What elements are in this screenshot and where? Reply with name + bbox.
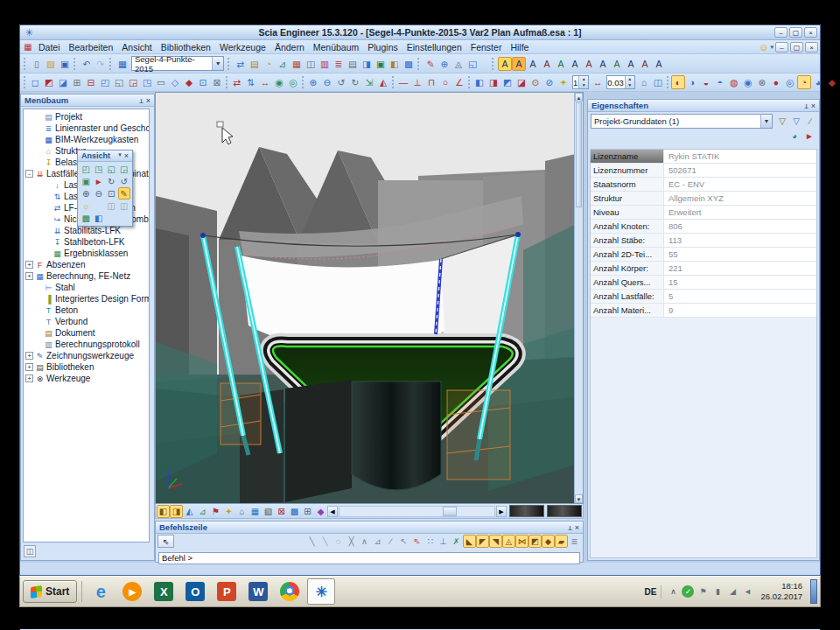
toolbar-grip[interactable] [468, 76, 470, 88]
view-flag-button[interactable]: A [568, 57, 582, 71]
property-value[interactable]: 5 [664, 290, 816, 303]
line-tool-button[interactable]: ⊓ [424, 75, 438, 89]
rotate-cw-button[interactable]: ↻ [105, 175, 118, 187]
menu-item[interactable]: Bearbeiten [65, 42, 118, 52]
tool-button[interactable]: ◱ [466, 57, 480, 71]
home-view-button[interactable]: ⌂ [235, 505, 248, 518]
property-value[interactable]: 113 [664, 234, 816, 247]
vscroll-thumb[interactable] [576, 102, 582, 207]
edit-property-icon[interactable]: ∕ [804, 116, 816, 128]
surface-button[interactable]: ⊿ [196, 505, 209, 518]
view-back-button[interactable]: ◳ [93, 163, 106, 175]
zoom-in-button[interactable]: ⊕ [80, 187, 93, 200]
command-input[interactable] [158, 552, 580, 564]
filter-query-icon[interactable]: ▽ [790, 116, 802, 128]
menu-item[interactable]: Hilfe [506, 42, 533, 52]
pin-icon[interactable]: T [804, 102, 808, 110]
property-row[interactable]: Staatsnorm EC - ENV [591, 178, 816, 192]
snap-list-button[interactable]: ≣ [568, 535, 581, 548]
viewport-hscrollbar[interactable] [339, 506, 495, 517]
tool-button[interactable]: ◉ [272, 75, 286, 89]
property-value[interactable]: 55 [664, 248, 816, 261]
tool-button[interactable]: ⇲ [362, 75, 376, 89]
snap-angle-button[interactable]: ∧ [358, 535, 371, 548]
expander-icon[interactable]: + [25, 374, 33, 382]
tool-button[interactable]: ⊞ [70, 75, 84, 89]
property-value[interactable]: Rykin STATIK [664, 150, 816, 163]
bim-tool-button[interactable]: ◎ [783, 75, 797, 89]
hscroll-thumb[interactable] [443, 507, 457, 516]
view-front-button[interactable]: ◰ [80, 163, 93, 175]
tool-button[interactable]: ⊡ [196, 75, 210, 89]
tool-button[interactable]: ◫ [651, 75, 665, 89]
tree-item[interactable]: + ⊗ Werkzeuge [24, 373, 149, 384]
toolbar-grip[interactable] [24, 76, 25, 88]
shade-button[interactable]: ◧ [93, 212, 106, 224]
tool-button[interactable]: ⌂ [637, 75, 651, 89]
labels-button[interactable]: ⚑ [209, 505, 222, 518]
view-preview-box[interactable] [547, 505, 582, 517]
toolbar-grip[interactable] [667, 76, 668, 88]
tool-button[interactable]: ▣ [374, 57, 388, 71]
tool-button[interactable]: ◧ [472, 75, 486, 89]
clip-button[interactable]: ◫ [105, 200, 118, 212]
volume-icon[interactable]: ◄ [741, 585, 753, 598]
property-value[interactable]: Allgemein XYZ [664, 192, 816, 205]
scroll-left-icon[interactable]: ◀ [327, 506, 338, 517]
power-icon[interactable]: ▮ [711, 585, 724, 598]
menu-item[interactable]: Datei [34, 42, 65, 52]
tool-button[interactable]: ◱ [112, 75, 126, 89]
menubaum-panel-header[interactable]: Menübaum T × [21, 94, 154, 107]
expander-icon[interactable]: + [25, 272, 33, 280]
tree-item[interactable]: ▦ BIM-Werkzeugkasten [24, 134, 149, 145]
property-row[interactable]: Anzahl Lastfälle: 5 [591, 290, 816, 304]
line-tool-button[interactable]: — [396, 75, 410, 89]
taskbar-app-button[interactable]: P [213, 578, 241, 605]
tool-button[interactable]: ▭ [154, 75, 168, 89]
tool-button[interactable]: ⇅ [244, 75, 258, 89]
taskbar-app-button[interactable]: O [181, 578, 209, 605]
tree-item[interactable]: ⊢ Stahl [24, 282, 149, 293]
view-flag-button[interactable]: A [540, 57, 554, 71]
taskbar-app-button[interactable]: X [150, 578, 178, 605]
project-data-button[interactable]: ⇄ [234, 57, 248, 71]
rotate-ccw-button[interactable]: ↺ [118, 175, 131, 187]
render-button[interactable]: ▩ [80, 212, 93, 224]
toolbar-grip[interactable] [392, 76, 394, 88]
close-icon[interactable]: × [811, 102, 816, 110]
snap-slash-button[interactable]: ∕ [384, 535, 397, 548]
view-flag-button[interactable]: A [512, 57, 526, 71]
snap-line-button[interactable]: ╲ [305, 535, 318, 548]
snap-off-button[interactable]: ✗ [450, 535, 463, 548]
view-top-button[interactable]: ◲ [118, 163, 131, 175]
restore-button[interactable]: ▢ [789, 27, 802, 38]
chevron-down-icon[interactable]: ▼ [212, 57, 223, 70]
expander-icon[interactable]: - [25, 170, 33, 178]
tool-button[interactable]: ◧ [388, 57, 402, 71]
toolbar-grip[interactable] [109, 58, 113, 70]
lights-button[interactable]: ✦ [222, 505, 235, 518]
snap-cross-button[interactable]: ╳ [345, 535, 358, 548]
property-value[interactable]: 221 [664, 262, 816, 275]
project-selector-combo[interactable]: Segel-4-Punkte-2015 ▼ [131, 56, 224, 71]
circle-tool-button[interactable]: ○ [438, 75, 452, 89]
new-document-button[interactable]: ▯ [30, 57, 44, 71]
view-flag-button[interactable]: A [526, 57, 540, 71]
menu-item[interactable]: Werkzeuge [215, 42, 270, 52]
close-icon[interactable]: × [575, 523, 579, 532]
mdi-close-button[interactable]: × [805, 42, 818, 52]
tool-button[interactable]: ↻ [348, 75, 362, 89]
menu-item[interactable]: Menübaum [309, 42, 364, 52]
3d-scene[interactable] [156, 93, 576, 503]
tree-item[interactable]: + ▤ Bibliotheken [24, 361, 149, 373]
tool-button[interactable]: ↔ [591, 75, 605, 89]
property-row[interactable]: Niveau Erweitert [591, 206, 816, 220]
menu-item[interactable]: Bibliotheken [157, 42, 215, 52]
snap-mode-button[interactable]: ⋈ [515, 535, 528, 548]
toolbar-grip[interactable] [417, 58, 421, 70]
view-flag-button[interactable]: A [652, 57, 666, 71]
cursor-snap-button[interactable]: ⇖ [410, 535, 424, 548]
open-button[interactable]: ▨ [44, 57, 58, 71]
view-flag-button[interactable]: A [624, 57, 638, 71]
snap-mode-button[interactable]: ◣ [463, 535, 476, 548]
